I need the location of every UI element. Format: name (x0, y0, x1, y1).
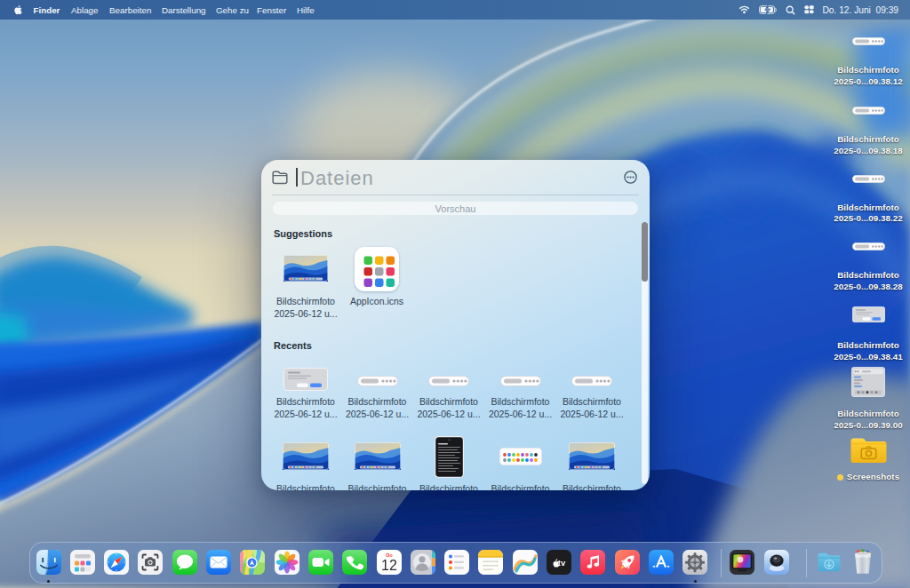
svg-text:12: 12 (381, 558, 397, 573)
svg-text:tv: tv (558, 558, 566, 568)
